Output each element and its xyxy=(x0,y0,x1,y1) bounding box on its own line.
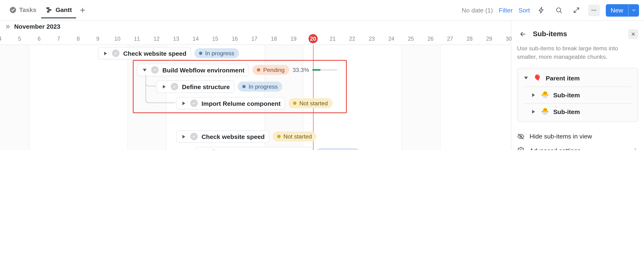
day-label[interactable]: 26 xyxy=(420,32,440,45)
day-label[interactable]: 13 xyxy=(166,32,186,45)
task-chip[interactable]: Build Webflow environment xyxy=(137,64,249,76)
search-button[interactable] xyxy=(553,4,565,16)
chevrons-right-icon xyxy=(4,23,11,29)
task-card[interactable]: Check website speedNot started xyxy=(176,130,316,143)
no-date-button[interactable]: No date (1) xyxy=(462,6,493,14)
expand-toggle[interactable] xyxy=(181,100,186,106)
task-card[interactable]: Check website speedIn progress xyxy=(98,47,239,59)
day-label[interactable]: 28 xyxy=(460,32,480,45)
task-name: Build Webflow environment xyxy=(162,66,244,73)
day-label[interactable]: 7 xyxy=(49,32,69,45)
task-chip[interactable]: Check website speed xyxy=(98,47,191,59)
expand-toggle[interactable] xyxy=(142,67,148,73)
search-icon xyxy=(556,6,562,14)
day-label[interactable]: 11 xyxy=(127,32,147,45)
more-button[interactable] xyxy=(588,4,600,16)
task-card[interactable]: Build Webflow environmentPending33.3% xyxy=(137,64,337,76)
day-label[interactable]: 19 xyxy=(284,32,304,45)
tab-tasks[interactable]: Tasks xyxy=(5,2,40,18)
status-pill: Not started xyxy=(288,98,332,108)
gantt-month[interactable]: November 2023 xyxy=(0,21,511,30)
sidebar-close-button[interactable] xyxy=(628,29,638,39)
complete-toggle[interactable] xyxy=(151,66,159,74)
day-label[interactable]: 25 xyxy=(401,32,421,45)
new-button-dropdown[interactable] xyxy=(628,4,639,16)
chevron-right-icon xyxy=(632,147,638,150)
day-label[interactable]: 15 xyxy=(205,32,225,45)
chevron-down-icon xyxy=(631,7,636,13)
gantt-pane: November 2023 45678910111213141516171819… xyxy=(0,21,511,150)
plus-icon xyxy=(79,6,86,14)
expand-button[interactable] xyxy=(570,4,582,16)
task-progress-pct: 100% xyxy=(364,150,378,150)
status-pill: In progress xyxy=(238,82,282,91)
automations-button[interactable] xyxy=(536,4,548,16)
day-label[interactable]: 9 xyxy=(88,32,108,45)
complete-toggle[interactable] xyxy=(190,133,198,140)
complete-toggle[interactable] xyxy=(210,149,217,150)
day-today[interactable]: 20 xyxy=(308,34,318,43)
sidebar-desc: Use sub-items to break large items into … xyxy=(517,44,638,61)
day-label[interactable]: 22 xyxy=(342,32,362,45)
action-advanced-settings[interactable]: Advanced settings xyxy=(517,143,638,150)
sidebar-actions: Hide sub-items in view Advanced settings… xyxy=(517,129,638,150)
day-label[interactable]: 21 xyxy=(323,32,343,45)
task-card[interactable]: Define structureIn progress xyxy=(157,80,282,93)
complete-toggle[interactable] xyxy=(190,99,198,107)
action-hide-subitems[interactable]: Hide sub-items in view xyxy=(517,129,638,143)
expand-toggle[interactable] xyxy=(181,134,186,139)
filter-button[interactable]: Filter xyxy=(499,6,512,14)
expand-icon xyxy=(573,6,580,14)
task-chip[interactable]: Check website speed xyxy=(176,130,269,143)
add-view-button[interactable] xyxy=(77,4,89,16)
day-label[interactable]: 5 xyxy=(10,32,30,45)
day-label[interactable]: 6 xyxy=(29,32,49,45)
day-label[interactable]: 4 xyxy=(0,32,10,45)
close-icon xyxy=(630,32,636,37)
svg-rect-2 xyxy=(48,9,52,10)
tree-parent-toggle[interactable] xyxy=(523,75,529,81)
gear-icon xyxy=(517,147,524,150)
status-pill: Not started xyxy=(272,131,316,141)
day-label[interactable]: 14 xyxy=(186,32,206,45)
tree-sub-toggle[interactable] xyxy=(531,92,537,98)
day-label[interactable]: 27 xyxy=(440,32,460,45)
tree-subitem-row[interactable]: 🐣 Sub-item xyxy=(523,86,632,103)
toolbar-right: No date (1) Filter Sort New xyxy=(462,4,639,16)
task-chip[interactable]: Add table of contents in CMS xyxy=(196,147,312,150)
sort-button[interactable]: Sort xyxy=(518,6,530,14)
status-pill: Pending xyxy=(252,65,289,75)
svg-rect-1 xyxy=(46,7,50,8)
eye-off-icon xyxy=(517,133,524,140)
new-button-main[interactable]: New xyxy=(606,4,628,16)
day-label[interactable]: 12 xyxy=(146,32,166,45)
tab-gantt[interactable]: Gantt xyxy=(42,2,76,18)
tab-gantt-label: Gantt xyxy=(56,6,72,13)
check-circle-icon xyxy=(9,6,17,14)
tree-parent-row[interactable]: 🎈 Parent item xyxy=(523,70,632,86)
sidebar-example-tree: 🎈 Parent item 🐣 Sub-item 🐣 Sub-item xyxy=(517,68,638,122)
complete-toggle[interactable] xyxy=(112,50,120,57)
view-tabs: Tasks Gantt xyxy=(5,2,88,18)
tree-sub-toggle[interactable] xyxy=(531,109,537,114)
task-chip[interactable]: Import Relume component xyxy=(176,97,285,109)
day-label[interactable]: 10 xyxy=(108,32,128,45)
expand-toggle[interactable] xyxy=(102,50,108,56)
gantt-body[interactable]: Check website speedIn progressBuild Webf… xyxy=(0,45,511,150)
day-label[interactable]: 8 xyxy=(68,32,88,45)
sidebar-back-button[interactable] xyxy=(517,28,529,40)
tree-subitem-row[interactable]: 🐣 Sub-item xyxy=(523,103,632,120)
task-card[interactable]: Import Relume componentNot started xyxy=(176,97,332,109)
day-label[interactable]: 29 xyxy=(479,32,499,45)
day-label[interactable]: 18 xyxy=(264,32,284,45)
view-tabs-row: Tasks Gantt No date (1) Filter Sort xyxy=(0,0,644,21)
day-label[interactable]: 17 xyxy=(244,32,264,45)
day-label[interactable]: 24 xyxy=(381,32,401,45)
hatching-icon: 🐣 xyxy=(541,91,549,99)
gantt-day-scale: 4567891011121314151617181920212223242526… xyxy=(0,32,511,45)
svg-point-9 xyxy=(520,150,522,150)
day-label[interactable]: 23 xyxy=(362,32,382,45)
task-card[interactable]: Add table of contents in CMSIn progress1… xyxy=(196,147,407,150)
day-label[interactable]: 16 xyxy=(225,32,245,45)
day-label[interactable]: 30 xyxy=(499,32,519,45)
